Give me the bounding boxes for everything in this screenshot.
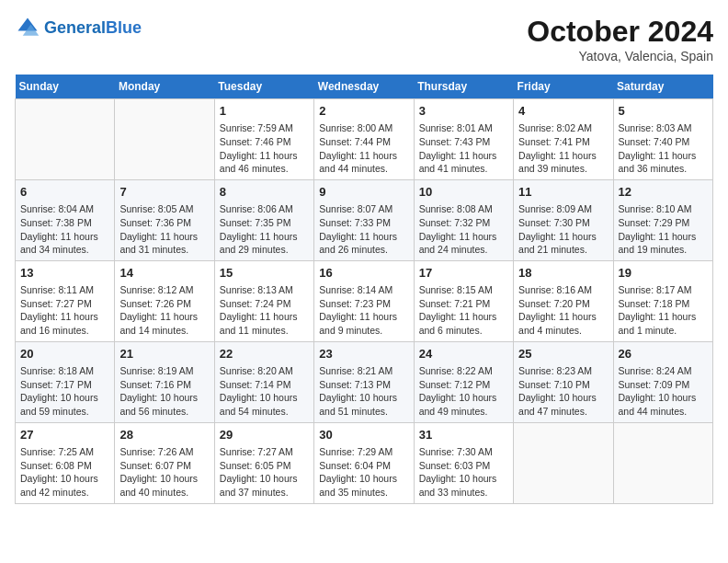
day-of-week-header: Friday: [514, 75, 613, 99]
calendar-day-cell: 22Sunrise: 8:20 AMSunset: 7:14 PMDayligh…: [214, 341, 313, 422]
calendar-day-cell: [16, 99, 115, 180]
day-number: 20: [20, 346, 109, 362]
calendar-week-row: 6Sunrise: 8:04 AMSunset: 7:38 PMDaylight…: [16, 179, 713, 260]
day-number: 24: [419, 346, 508, 362]
calendar-week-row: 27Sunrise: 7:25 AMSunset: 6:08 PMDayligh…: [16, 422, 713, 503]
day-number: 25: [518, 346, 608, 362]
day-number: 17: [419, 265, 508, 282]
calendar-day-cell: 4Sunrise: 8:02 AMSunset: 7:41 PMDaylight…: [514, 99, 613, 180]
logo: GeneralBlue: [15, 15, 142, 40]
calendar-day-cell: [514, 422, 613, 503]
calendar-day-cell: 2Sunrise: 8:00 AMSunset: 7:44 PMDaylight…: [314, 99, 414, 180]
day-detail: Sunrise: 8:20 AMSunset: 7:14 PMDaylight:…: [220, 364, 309, 419]
day-number: 11: [518, 184, 608, 201]
day-number: 6: [20, 184, 109, 201]
calendar-day-cell: 31Sunrise: 7:30 AMSunset: 6:03 PMDayligh…: [414, 422, 513, 503]
calendar-day-cell: 18Sunrise: 8:16 AMSunset: 7:20 PMDayligh…: [514, 260, 613, 341]
day-detail: Sunrise: 8:09 AMSunset: 7:30 PMDaylight:…: [518, 202, 608, 257]
day-number: 5: [619, 103, 708, 120]
calendar-day-cell: 11Sunrise: 8:09 AMSunset: 7:30 PMDayligh…: [514, 179, 613, 260]
calendar-day-cell: 25Sunrise: 8:23 AMSunset: 7:10 PMDayligh…: [514, 341, 613, 422]
day-detail: Sunrise: 7:30 AMSunset: 6:03 PMDaylight:…: [419, 445, 508, 500]
calendar-day-cell: 3Sunrise: 8:01 AMSunset: 7:43 PMDaylight…: [414, 99, 513, 180]
day-detail: Sunrise: 8:12 AMSunset: 7:26 PMDaylight:…: [119, 283, 209, 338]
calendar-week-row: 1Sunrise: 7:59 AMSunset: 7:46 PMDaylight…: [16, 99, 713, 180]
calendar-week-row: 20Sunrise: 8:18 AMSunset: 7:17 PMDayligh…: [16, 341, 713, 422]
day-number: 15: [220, 265, 309, 282]
day-number: 13: [20, 265, 109, 282]
calendar-day-cell: 19Sunrise: 8:17 AMSunset: 7:18 PMDayligh…: [613, 260, 712, 341]
day-of-week-header: Saturday: [613, 75, 712, 99]
calendar-day-cell: 6Sunrise: 8:04 AMSunset: 7:38 PMDaylight…: [16, 179, 115, 260]
title-block: October 2024 Yatova, Valencia, Spain: [527, 15, 713, 63]
day-detail: Sunrise: 8:18 AMSunset: 7:17 PMDaylight:…: [20, 364, 109, 419]
day-number: 10: [419, 184, 508, 201]
day-detail: Sunrise: 8:13 AMSunset: 7:24 PMDaylight:…: [220, 283, 309, 338]
day-detail: Sunrise: 8:23 AMSunset: 7:10 PMDaylight:…: [518, 364, 608, 419]
day-number: 23: [319, 346, 408, 362]
day-detail: Sunrise: 8:21 AMSunset: 7:13 PMDaylight:…: [319, 364, 408, 419]
day-number: 9: [319, 184, 408, 201]
calendar-week-row: 13Sunrise: 8:11 AMSunset: 7:27 PMDayligh…: [16, 260, 713, 341]
day-number: 16: [319, 265, 408, 282]
day-number: 8: [220, 184, 309, 201]
day-number: 30: [319, 427, 408, 443]
day-number: 3: [419, 103, 508, 120]
calendar-body: 1Sunrise: 7:59 AMSunset: 7:46 PMDaylight…: [16, 99, 713, 504]
day-number: 31: [419, 427, 508, 443]
calendar-day-cell: [115, 99, 214, 180]
day-number: 29: [220, 427, 309, 443]
day-number: 27: [20, 427, 109, 443]
calendar-day-cell: 24Sunrise: 8:22 AMSunset: 7:12 PMDayligh…: [414, 341, 513, 422]
day-of-week-header: Sunday: [16, 75, 115, 99]
calendar-day-cell: 17Sunrise: 8:15 AMSunset: 7:21 PMDayligh…: [414, 260, 513, 341]
day-number: 22: [220, 346, 309, 362]
day-detail: Sunrise: 8:05 AMSunset: 7:36 PMDaylight:…: [119, 202, 209, 257]
day-number: 19: [619, 265, 708, 282]
calendar-day-cell: 14Sunrise: 8:12 AMSunset: 7:26 PMDayligh…: [115, 260, 214, 341]
calendar-day-cell: 13Sunrise: 8:11 AMSunset: 7:27 PMDayligh…: [16, 260, 115, 341]
day-of-week-header: Thursday: [414, 75, 513, 99]
calendar-day-cell: 30Sunrise: 7:29 AMSunset: 6:04 PMDayligh…: [314, 422, 414, 503]
calendar-day-cell: 29Sunrise: 7:27 AMSunset: 6:05 PMDayligh…: [214, 422, 313, 503]
day-detail: Sunrise: 8:04 AMSunset: 7:38 PMDaylight:…: [20, 202, 109, 257]
calendar-day-cell: 23Sunrise: 8:21 AMSunset: 7:13 PMDayligh…: [314, 341, 414, 422]
day-detail: Sunrise: 7:27 AMSunset: 6:05 PMDaylight:…: [220, 445, 309, 500]
calendar-day-cell: 7Sunrise: 8:05 AMSunset: 7:36 PMDaylight…: [115, 179, 214, 260]
calendar-day-cell: 15Sunrise: 8:13 AMSunset: 7:24 PMDayligh…: [214, 260, 313, 341]
day-detail: Sunrise: 7:59 AMSunset: 7:46 PMDaylight:…: [220, 121, 309, 176]
day-number: 26: [619, 346, 708, 362]
day-of-week-header: Tuesday: [214, 75, 313, 99]
day-detail: Sunrise: 8:00 AMSunset: 7:44 PMDaylight:…: [319, 121, 408, 176]
day-detail: Sunrise: 8:22 AMSunset: 7:12 PMDaylight:…: [419, 364, 508, 419]
calendar-day-cell: 27Sunrise: 7:25 AMSunset: 6:08 PMDayligh…: [16, 422, 115, 503]
calendar-day-cell: 28Sunrise: 7:26 AMSunset: 6:07 PMDayligh…: [115, 422, 214, 503]
day-detail: Sunrise: 8:16 AMSunset: 7:20 PMDaylight:…: [518, 283, 608, 338]
day-number: 1: [220, 103, 309, 120]
calendar-day-cell: 8Sunrise: 8:06 AMSunset: 7:35 PMDaylight…: [214, 179, 313, 260]
day-of-week-header: Wednesday: [314, 75, 414, 99]
day-number: 14: [119, 265, 209, 282]
page-header: GeneralBlue October 2024 Yatova, Valenci…: [15, 15, 713, 63]
day-detail: Sunrise: 8:24 AMSunset: 7:09 PMDaylight:…: [619, 364, 708, 419]
calendar-day-cell: 20Sunrise: 8:18 AMSunset: 7:17 PMDayligh…: [16, 341, 115, 422]
day-detail: Sunrise: 8:19 AMSunset: 7:16 PMDaylight:…: [119, 364, 209, 419]
month-title: October 2024: [527, 15, 713, 49]
day-detail: Sunrise: 7:25 AMSunset: 6:08 PMDaylight:…: [20, 445, 109, 500]
calendar-day-cell: [613, 422, 712, 503]
calendar-table: SundayMondayTuesdayWednesdayThursdayFrid…: [15, 75, 713, 504]
calendar-day-cell: 1Sunrise: 7:59 AMSunset: 7:46 PMDaylight…: [214, 99, 313, 180]
day-detail: Sunrise: 8:14 AMSunset: 7:23 PMDaylight:…: [319, 283, 408, 338]
day-number: 4: [518, 103, 608, 120]
day-detail: Sunrise: 8:07 AMSunset: 7:33 PMDaylight:…: [319, 202, 408, 257]
day-detail: Sunrise: 8:10 AMSunset: 7:29 PMDaylight:…: [619, 202, 708, 257]
calendar-day-cell: 5Sunrise: 8:03 AMSunset: 7:40 PMDaylight…: [613, 99, 712, 180]
day-detail: Sunrise: 8:08 AMSunset: 7:32 PMDaylight:…: [419, 202, 508, 257]
day-number: 12: [619, 184, 708, 201]
day-number: 7: [119, 184, 209, 201]
logo-icon: [15, 15, 40, 40]
day-number: 2: [319, 103, 408, 120]
calendar-day-cell: 12Sunrise: 8:10 AMSunset: 7:29 PMDayligh…: [613, 179, 712, 260]
day-detail: Sunrise: 8:06 AMSunset: 7:35 PMDaylight:…: [220, 202, 309, 257]
day-detail: Sunrise: 8:01 AMSunset: 7:43 PMDaylight:…: [419, 121, 508, 176]
